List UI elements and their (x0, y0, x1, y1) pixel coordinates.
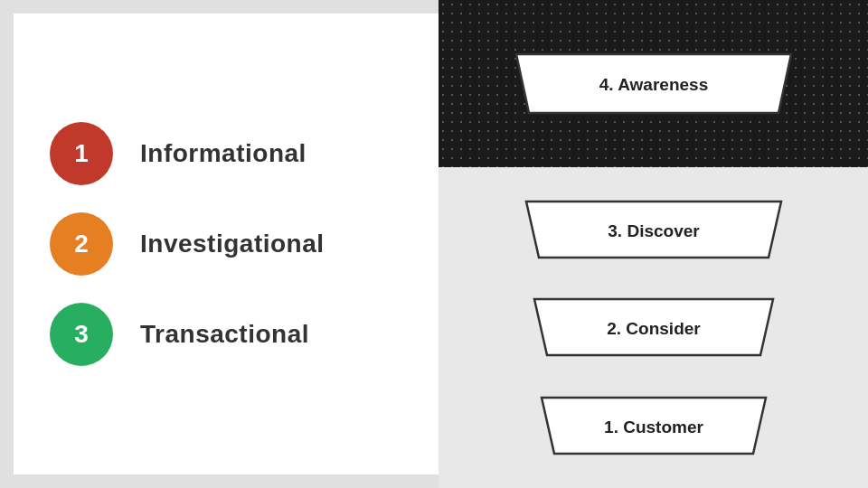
left-panel: 1 Informational 2 Investigational 3 Tran… (14, 14, 439, 474)
list-item-1: 1 Informational (50, 122, 402, 185)
funnel-item-customer: 1. Customer (466, 395, 841, 456)
customer-trapezoid: 1. Customer (531, 395, 777, 456)
list-item-3: 3 Transactional (50, 303, 402, 366)
circle-3: 3 (50, 303, 113, 366)
consider-trapezoid: 2. Consider (523, 296, 785, 358)
awareness-trapezoid: 4. Awareness (500, 50, 807, 117)
right-top-section: 4. Awareness (439, 0, 868, 167)
circle-2: 2 (50, 212, 113, 276)
consider-label: 2. Consider (607, 319, 701, 338)
circle-1: 1 (50, 122, 113, 185)
right-panel: 4. Awareness 3. Discover 2. Consider 1. … (439, 0, 868, 488)
item-label-1: Informational (140, 139, 307, 168)
awareness-label: 4. Awareness (599, 75, 707, 94)
item-label-3: Transactional (140, 320, 309, 349)
item-label-2: Investigational (140, 230, 325, 258)
funnel-item-discover: 3. Discover (466, 199, 841, 260)
customer-label: 1. Customer (604, 418, 703, 436)
funnel-item-consider: 2. Consider (466, 296, 841, 358)
circle-2-number: 2 (74, 230, 89, 258)
circle-3-number: 3 (74, 320, 89, 349)
right-bottom-section: 3. Discover 2. Consider 1. Customer (439, 167, 868, 488)
discover-trapezoid: 3. Discover (514, 199, 794, 260)
list-item-2: 2 Investigational (50, 212, 402, 276)
circle-1-number: 1 (74, 139, 89, 168)
discover-label: 3. Discover (608, 221, 700, 240)
